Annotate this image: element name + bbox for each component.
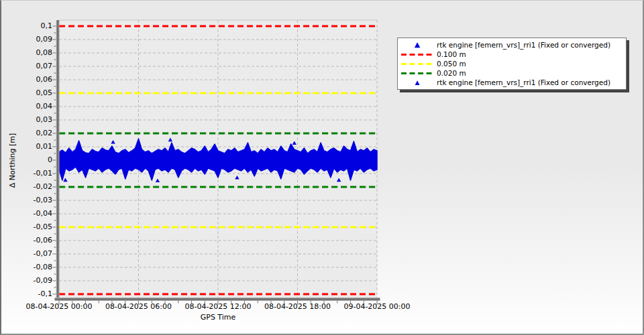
chart-window: Δ Northing [m] GPS Time 0,10,090,080,070… — [0, 0, 644, 335]
legend-marker — [398, 72, 437, 75]
legend-item-threshold-050[interactable]: 0.050 m — [398, 59, 626, 68]
dash-line-icon — [400, 53, 434, 56]
y-tick-label: -0,07 — [15, 249, 52, 258]
dash-line-icon — [400, 72, 434, 75]
y-tick-label: -0,01 — [15, 169, 52, 178]
y-tick-label: 0,03 — [15, 115, 52, 124]
legend-item-label: rtk engine [femern_vrs]_rri1 (Fixed or c… — [437, 41, 626, 50]
y-tick-label: 0,06 — [15, 75, 52, 84]
legend-item-series-2[interactable]: ▲ rtk engine [femern_vrs]_rri1 (Fixed or… — [398, 78, 626, 87]
y-tick-label: -0,02 — [15, 182, 52, 191]
y-tick-label: 0,08 — [15, 48, 52, 57]
triangle-marker-icon: ▲ — [415, 79, 420, 86]
y-tick-label: -0,1 — [15, 289, 52, 298]
y-tick-label: 0,05 — [15, 88, 52, 97]
legend-item-threshold-100[interactable]: 0.100 m — [398, 50, 626, 59]
y-tick-label: -0,04 — [15, 209, 52, 218]
dash-line-icon — [400, 62, 434, 66]
y-tick-label: 0 — [15, 155, 52, 164]
y-tick-label: 0,04 — [15, 102, 52, 111]
y-axis-bar — [56, 20, 60, 301]
x-axis-bar — [55, 297, 380, 301]
legend-marker — [398, 53, 437, 56]
y-tick-label: 0,1 — [15, 21, 52, 30]
y-tick-label: -0,08 — [15, 263, 52, 271]
legend-marker — [398, 62, 437, 66]
x-tick-label: 08-04-2025 18:00 — [258, 302, 338, 311]
legend-item-label: 0.050 m — [437, 60, 626, 68]
y-tick-label: -0,06 — [15, 236, 52, 245]
legend-item-label: 0.100 m — [437, 50, 626, 59]
y-tick-label: -0,03 — [15, 196, 52, 204]
x-tick-label: 08-04-2025 00:00 — [19, 302, 99, 311]
y-tick-label: 0,02 — [15, 129, 52, 137]
legend-item-threshold-020[interactable]: 0.020 m — [398, 68, 626, 78]
legend-item-label: 0.020 m — [437, 69, 626, 78]
legend-item-series[interactable]: ▲ rtk engine [femern_vrs]_rri1 (Fixed or… — [398, 40, 626, 50]
legend-item-label: rtk engine [femern_vrs]_rri1 (Fixed or c… — [437, 78, 626, 87]
legend-marker: ▲ — [398, 79, 437, 86]
x-tick-label: 08-04-2025 06:00 — [99, 302, 179, 311]
y-tick-label: 0,01 — [15, 142, 52, 151]
y-tick-label: 0,07 — [15, 62, 52, 70]
y-tick-label: -0,05 — [15, 222, 52, 231]
x-tick-label: 08-04-2025 12:00 — [178, 302, 258, 311]
triangle-marker-icon: ▲ — [415, 42, 420, 48]
y-tick-label: -0,09 — [15, 276, 52, 285]
x-axis-title: GPS Time — [59, 313, 377, 322]
legend-marker: ▲ — [398, 42, 437, 48]
x-tick-label: 09-04-2025 00:00 — [337, 302, 417, 311]
y-tick-label: 0,09 — [15, 35, 52, 44]
legend: ▲ rtk engine [femern_vrs]_rri1 (Fixed or… — [397, 38, 627, 90]
